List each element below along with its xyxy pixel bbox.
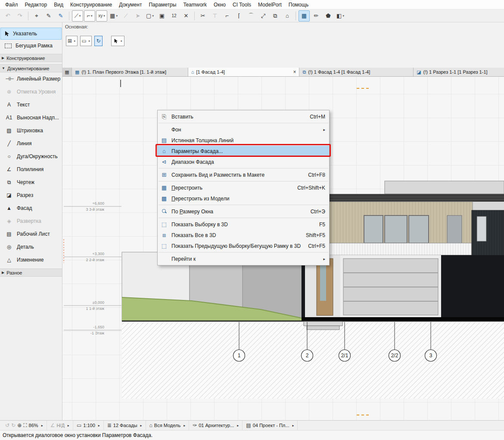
quick-layers-button[interactable]: 12 [168,10,180,22]
rotate-mode-button[interactable]: ↻ [94,36,102,46]
tool-label: Отметка Уровня [17,89,56,95]
multiply-button[interactable]: ⧉ [270,10,281,22]
menu-view[interactable]: Вид [50,0,67,9]
split-button[interactable]: ✂ [197,10,208,22]
cancel-button[interactable]: ✕ [180,10,192,22]
origin-button[interactable]: ⌂ [282,10,293,22]
trim-button[interactable]: ⌐ [221,10,233,22]
grid-display-toggle[interactable]: ▦ [299,10,310,22]
cm-show-selection-3d[interactable]: ⬚ Показать Выборку в 3D F5 [158,219,329,230]
tool-line[interactable]: ╱Линия [0,137,62,150]
snap-guides-combo[interactable]: ⟋▾ [72,10,83,22]
menu-modelport[interactable]: ModelPort [255,0,285,9]
layout-control[interactable]: ▤ 04 Проект - Пл... ▸ [243,421,298,430]
inject-parameters-button[interactable]: ✎ [43,10,54,22]
cm-true-line-weight[interactable]: ▤ Истинная Толщина Линий [158,135,329,146]
grid-bubble-label: 2/2 [391,353,398,359]
scale-control[interactable]: ▭ 1:100 ▸ [73,421,104,430]
intersect-button[interactable]: ⌈ [233,10,245,22]
cm-go-to[interactable]: Перейти к ▸ [158,253,329,264]
zoom-icon[interactable]: ⊕ [17,422,22,428]
tool-text[interactable]: AТекст [0,98,62,111]
cm-rebuild-from-model[interactable]: ▩ Перестроить из Модели [158,193,329,204]
cm-elevation-settings[interactable]: ⌂ Параметры Фасада... [158,146,329,156]
next-view-icon[interactable]: ↻ [11,422,16,428]
cm-elevation-range[interactable]: ⊲ Диапазон Фасада [158,156,329,167]
orientation-control[interactable]: ∠ Н/Д ▸ [47,421,73,430]
tool-change[interactable]: △Изменение [0,253,62,266]
gravity-button[interactable]: ➤ [132,10,143,22]
quick-options-bar: ↺ ↻ ⊕ ⛶ 86% ▸ ∠ Н/Д ▸ ▭ 1:100 ▸ ≣ 12 Фас… [0,420,504,430]
menu-help[interactable]: Помощь [285,0,312,9]
menu-file[interactable]: Файл [2,0,22,9]
circle-icon: ○ [5,153,13,159]
tool-pointer[interactable]: Указатель [0,28,62,40]
tool-level-dimension[interactable]: ⊕Отметка Уровня [0,85,62,98]
guide-line-button[interactable]: ⟋ [120,10,131,22]
tab-floor-plan[interactable]: ▦ (!) 1. План Первого Этажа [1. 1-й этаж… [72,68,188,76]
tool-marquee[interactable]: Бегущая Рамка [0,40,62,52]
tool-linear-dimension[interactable]: ⊣⊢Линейный Размер [0,72,62,85]
pen-set-control[interactable]: ✑ 01 Архитектур... ▸ [189,421,243,430]
redo-icon: ↷ [18,13,22,19]
zoom-value[interactable]: 86% [29,423,38,428]
favorites-button[interactable]: ⬟ [323,10,334,22]
cm-paste[interactable]: ⎘ Вставить Ctrl+M [158,111,329,122]
fillet-button[interactable]: ⌒ [246,10,257,22]
geometry-method-combo[interactable]: ▭▸ [80,36,92,46]
inject-parameters-alt-button[interactable]: ✎ [55,10,66,22]
layer-combination-control[interactable]: ≣ 12 Фасады ▸ [104,421,146,430]
tool-section[interactable]: ◪Разрез [0,189,62,202]
undo-button[interactable]: ↶ [2,10,13,22]
coordinates-combo[interactable]: xy▾ [96,10,107,22]
frame-button[interactable]: ▢▾ [144,10,156,22]
toolbox-section-document[interactable]: ▼ Документирование [0,64,62,72]
tool-drawing[interactable]: ⧉Чертеж [0,176,62,189]
pointer-icon [113,38,118,44]
tab-elevation-drawing[interactable]: ⧉ (!) 1 Фасад 1-4 [1 Фасад 1-4] [299,68,414,76]
selection-mode-combo[interactable]: ⊞▸ [66,36,78,46]
previous-view-icon[interactable]: ↺ [5,422,9,428]
cm-show-all-3d[interactable]: ⧈ Показать Все в 3D Shift+F5 [158,230,329,240]
cm-rebuild[interactable]: ▦ Перестроить Ctrl+Shift+K [158,182,329,193]
tab-bar: ▦ ▦ (!) 1. План Первого Этажа [1. 1-й эт… [62,68,504,77]
tool-fill[interactable]: ▨Штриховка [0,124,62,137]
tool-arc[interactable]: ○Дуга/Окружность [0,150,62,163]
resize-button[interactable]: ⤢ [258,10,269,22]
menu-window[interactable]: Окно [210,0,229,9]
cm-save-view[interactable]: ⊞ Сохранить Вид и Разместить в Макете Ct… [158,169,329,180]
grid-snap-button[interactable]: ▦▾ [108,10,119,22]
tool-polyline[interactable]: ∠Полилиния [0,163,62,176]
cm-background[interactable]: Фон ▸ [158,124,329,135]
cm-fit-in-window[interactable]: По Размеру Окна Ctrl+Э [158,206,329,217]
cm-show-previous-3d[interactable]: ⬚ Показать Предыдущую Выборку/Бегущую Ра… [158,240,329,251]
menu-ci-tools[interactable]: CI Tools [229,0,255,9]
menu-design[interactable]: Конструирование [67,0,115,9]
menu-options[interactable]: Параметры [145,0,180,9]
tool-interior-elevation[interactable]: ◈Развертка [0,215,62,228]
tab-section[interactable]: ◪ (!) 1 Разрез 1-1 [1 Разрез 1-1] [414,68,504,76]
fit-view-icon[interactable]: ⛶ [23,422,27,428]
paint-bucket-button[interactable]: ◧▾ [335,10,346,22]
interior-elevation-icon: ◈ [5,218,13,224]
tool-label[interactable]: A1Выносная Надп... [0,111,62,124]
tab-overview-button[interactable]: ▦ [62,68,72,76]
toolbox-section-more[interactable]: ▶ Разное [0,268,62,277]
menu-document[interactable]: Документ [115,0,145,9]
tool-detail[interactable]: ◎Деталь [0,240,62,253]
tool-worksheet[interactable]: ▤Рабочий Лист [0,228,62,240]
tab-elevation[interactable]: ⌂ [1 Фасад 1-4] × [188,68,300,76]
adjust-button[interactable]: ⊤ [209,10,221,22]
snap-points-combo[interactable]: ⌐▾ [84,10,95,22]
redo-button[interactable]: ↷ [14,10,25,22]
menu-edit[interactable]: Редактор [22,0,51,9]
markup-brush-button[interactable]: ✏ [311,10,322,22]
tab-close-button[interactable]: × [289,69,296,75]
menu-teamwork[interactable]: Teamwork [180,0,210,9]
suspend-groups-button[interactable]: ▣ [156,10,168,22]
structure-display-control[interactable]: ⌂ Вся Модель ▸ [146,421,190,430]
pick-up-parameters-button[interactable]: ⌖ [31,10,42,22]
toolbox-section-design[interactable]: ▶ Конструирование [0,54,62,62]
arrow-tool-combo[interactable]: ▸ [111,36,125,46]
tool-elevation[interactable]: ▲Фасад [0,202,62,215]
